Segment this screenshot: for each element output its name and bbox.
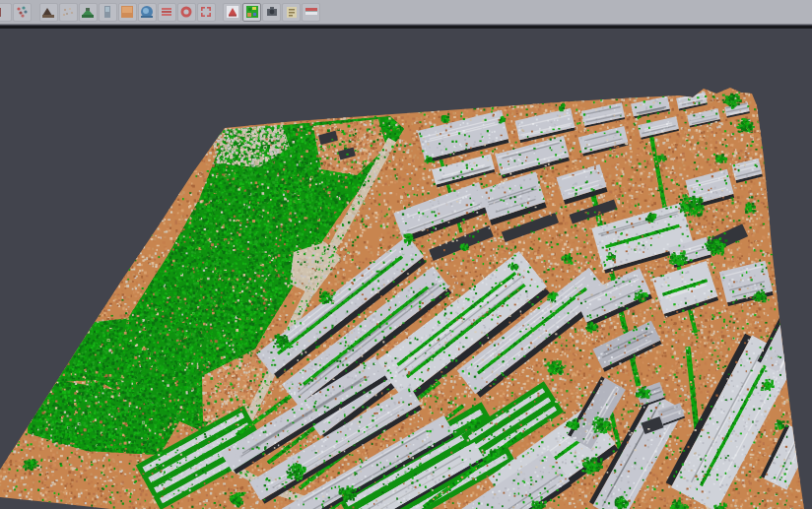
edit-points-icon-glyph [0,4,11,20]
measurement-icon-glyph [304,4,319,20]
camera-icon-glyph [264,4,280,20]
3d-view-icon-glyph [139,4,155,20]
profile-view-icon[interactable] [99,3,117,22]
target-icon-glyph [178,4,194,20]
viewport-3d [0,29,812,509]
sparse-points-icon-glyph [60,4,76,20]
3d-view-icon[interactable] [138,3,157,22]
application-window [0,0,812,509]
terrain-model-icon[interactable] [39,3,58,22]
orthophoto-icon[interactable] [118,3,137,22]
ground-surface-icon-glyph [80,4,96,20]
profile-view-icon-glyph [100,4,115,20]
ground-surface-icon[interactable] [79,3,98,22]
annotation-icon-glyph [284,4,300,20]
terrain-model-icon-glyph [40,4,56,20]
selection-icon-glyph [198,4,214,20]
point-cloud-canvas[interactable] [0,29,812,509]
toolbar [0,0,812,25]
point-classes-icon-glyph [15,4,31,20]
sparse-points-icon[interactable] [59,3,78,22]
classification-view-icon[interactable] [242,3,261,22]
measurement-icon[interactable] [302,3,320,22]
point-classes-icon[interactable] [13,3,32,22]
edit-points-icon[interactable] [0,3,12,22]
selection-icon[interactable] [197,3,216,22]
camera-icon[interactable] [262,3,281,22]
classification-view-icon-glyph [244,4,260,20]
cross-section-icon-glyph [225,4,240,20]
contours-icon[interactable] [158,3,176,22]
cross-section-icon[interactable] [223,3,241,22]
target-icon[interactable] [177,3,196,22]
annotation-icon[interactable] [282,3,301,22]
orthophoto-icon-glyph [119,4,135,20]
contours-icon-glyph [159,4,174,20]
